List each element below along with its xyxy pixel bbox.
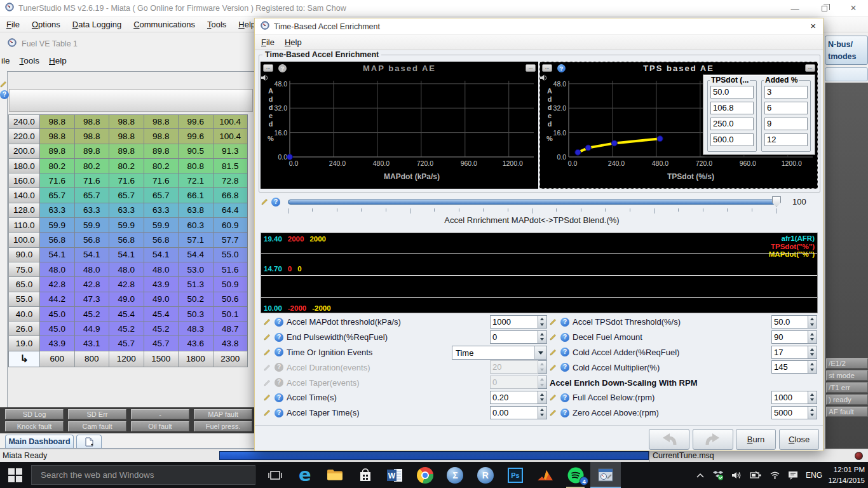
ve-cell[interactable]: 98.8 bbox=[74, 114, 110, 129]
ve-cell[interactable]: 89.8 bbox=[109, 144, 144, 159]
ve-cell[interactable]: 60.3 bbox=[178, 217, 214, 233]
added-percent-input[interactable]: 3 bbox=[764, 86, 808, 98]
ve-cell[interactable]: 63.3 bbox=[144, 203, 179, 218]
minimize-button[interactable]: — bbox=[780, 0, 810, 17]
ve-cell[interactable]: 51.6 bbox=[213, 262, 248, 277]
ve-cell[interactable]: 42.8 bbox=[74, 276, 110, 292]
ve-cell[interactable]: 42.8 bbox=[109, 276, 144, 292]
spinner-down-button[interactable] bbox=[808, 367, 817, 374]
spinner-up-button[interactable] bbox=[538, 407, 546, 413]
ve-cell[interactable]: 43.6 bbox=[178, 336, 214, 351]
help-icon[interactable]: ? bbox=[0, 90, 9, 99]
ve-row-label[interactable]: 200.0 bbox=[8, 144, 40, 159]
ve-cell[interactable]: 54.1 bbox=[39, 247, 75, 262]
ve-cell[interactable]: 45.7 bbox=[109, 336, 144, 351]
help-icon[interactable]: ? bbox=[560, 333, 569, 342]
ve-cell[interactable]: 98.8 bbox=[144, 128, 179, 144]
help-icon[interactable]: ? bbox=[275, 318, 283, 327]
ve-cell[interactable]: 43.8 bbox=[213, 336, 248, 351]
dialog-menu-file[interactable]: File bbox=[261, 37, 275, 47]
photoshop-icon[interactable]: Ps bbox=[500, 462, 530, 488]
indicator-item[interactable]: - bbox=[131, 409, 189, 419]
spinner-down-button[interactable] bbox=[538, 383, 546, 389]
indicator-sd-log[interactable]: SD Log bbox=[5, 409, 64, 419]
ve-cell[interactable]: 100.4 bbox=[213, 128, 248, 144]
indicator-map-fault[interactable]: MAP fault bbox=[194, 409, 252, 419]
ve-cell[interactable]: 45.2 bbox=[74, 306, 110, 322]
ve-row-label[interactable]: 160.0 bbox=[8, 173, 40, 188]
ve-cell[interactable]: 42.8 bbox=[39, 276, 75, 292]
added-percent-input[interactable]: 6 bbox=[764, 102, 808, 114]
chrome-icon[interactable] bbox=[410, 462, 440, 488]
ve-cell[interactable]: 59.9 bbox=[74, 217, 110, 233]
spinner-up-button[interactable] bbox=[808, 316, 817, 322]
ve-cell[interactable]: 44.9 bbox=[74, 321, 110, 336]
input-zero-accel-above-rpm[interactable]: 5000 bbox=[771, 406, 808, 419]
menu-file[interactable]: File bbox=[6, 20, 20, 29]
word-icon[interactable]: W bbox=[380, 462, 410, 488]
wifi-icon[interactable] bbox=[770, 471, 780, 479]
ve-cell[interactable]: 80.2 bbox=[109, 158, 144, 173]
help-icon[interactable]: ? bbox=[271, 198, 280, 207]
spinner-down-button[interactable] bbox=[538, 337, 546, 343]
chart-help-icon[interactable]: ? bbox=[278, 64, 287, 72]
help-icon[interactable]: ? bbox=[560, 409, 569, 417]
r-app-icon[interactable]: R bbox=[470, 462, 500, 488]
blend-slider-thumb[interactable] bbox=[772, 196, 781, 207]
ve-cell[interactable]: 98.8 bbox=[39, 114, 75, 129]
spinner-down-button[interactable] bbox=[808, 322, 817, 329]
tray-expand-icon[interactable] bbox=[696, 472, 705, 478]
spinner-down-button[interactable] bbox=[538, 397, 546, 403]
ve-cell[interactable]: 66.1 bbox=[178, 187, 214, 203]
start-button[interactable] bbox=[0, 462, 31, 488]
chart-menu-button[interactable]: ... bbox=[542, 64, 552, 72]
tab-main-dashboard[interactable]: Main Dashboard bbox=[5, 435, 74, 448]
right-secondary-button[interactable] bbox=[825, 67, 868, 81]
ve-cell[interactable]: 55.0 bbox=[213, 247, 248, 262]
dropdown-time-or-ignition-events[interactable]: Time bbox=[452, 346, 547, 360]
indicator-af-fault[interactable]: AF fault bbox=[826, 407, 868, 417]
ve-cell[interactable]: 98.8 bbox=[39, 128, 75, 144]
canbus-testmodes-button[interactable]: N-bus/ tmodes bbox=[825, 36, 868, 65]
ve-x-label[interactable]: 600 bbox=[39, 351, 75, 367]
help-icon[interactable]: ? bbox=[560, 393, 569, 402]
taskbar-clock[interactable]: 12:01 PM 12/14/2015 bbox=[828, 464, 865, 485]
ve-cell[interactable]: 56.8 bbox=[39, 232, 75, 247]
input-accel-mapdot-threshold-kpa-s[interactable]: 1000 bbox=[490, 315, 538, 329]
ve-cell[interactable]: 44.2 bbox=[39, 292, 75, 307]
ve-cell[interactable]: 50.2 bbox=[178, 292, 214, 307]
restore-button[interactable] bbox=[810, 0, 839, 17]
ve-x-label[interactable]: 1800 bbox=[178, 351, 214, 367]
ve-cell[interactable]: 49.0 bbox=[144, 292, 179, 307]
input-cold-accel-multiplier[interactable]: 145 bbox=[771, 360, 808, 374]
chart-options-button[interactable]: ... bbox=[526, 64, 536, 72]
taskbar-search-input[interactable] bbox=[31, 465, 255, 485]
dialog-menu-help[interactable]: Help bbox=[285, 37, 302, 47]
ve-cell[interactable]: 80.2 bbox=[39, 158, 75, 173]
indicator-e1-2[interactable]: /E1/2 bbox=[826, 358, 868, 369]
task-view-icon[interactable] bbox=[260, 462, 290, 488]
ve-cell[interactable]: 98.8 bbox=[109, 114, 144, 129]
dialog-close-button[interactable]: × bbox=[810, 21, 816, 30]
ve-cell[interactable]: 99.6 bbox=[178, 114, 214, 129]
ve-cell[interactable]: 65.7 bbox=[144, 187, 179, 203]
ve-cell[interactable]: 91.3 bbox=[213, 144, 248, 159]
ve-x-label[interactable]: 800 bbox=[74, 351, 110, 367]
spinner-down-button[interactable] bbox=[808, 412, 817, 419]
close-button[interactable]: Close bbox=[779, 429, 819, 450]
tpsdot-bin-input[interactable]: 500.0 bbox=[710, 133, 754, 146]
tpsdot-bin-input[interactable]: 50.0 bbox=[710, 86, 754, 98]
ve-cell[interactable]: 71.6 bbox=[39, 173, 75, 188]
ve-cell[interactable]: 45.0 bbox=[39, 321, 75, 336]
ve-cell[interactable]: 71.6 bbox=[74, 173, 110, 188]
ve-cell[interactable]: 59.9 bbox=[109, 217, 144, 233]
help-icon[interactable]: ? bbox=[275, 348, 283, 356]
ve-cell[interactable]: 89.8 bbox=[144, 144, 179, 159]
spinner-down-button[interactable] bbox=[538, 322, 546, 329]
spinner-down-button[interactable] bbox=[538, 367, 546, 374]
ve-cell[interactable]: 43.1 bbox=[74, 336, 110, 351]
ve-cell[interactable]: 99.6 bbox=[178, 128, 214, 144]
spinner-down-button[interactable] bbox=[538, 412, 546, 419]
matlab-icon[interactable] bbox=[531, 462, 560, 488]
ve-cell[interactable]: 43.9 bbox=[39, 336, 75, 351]
